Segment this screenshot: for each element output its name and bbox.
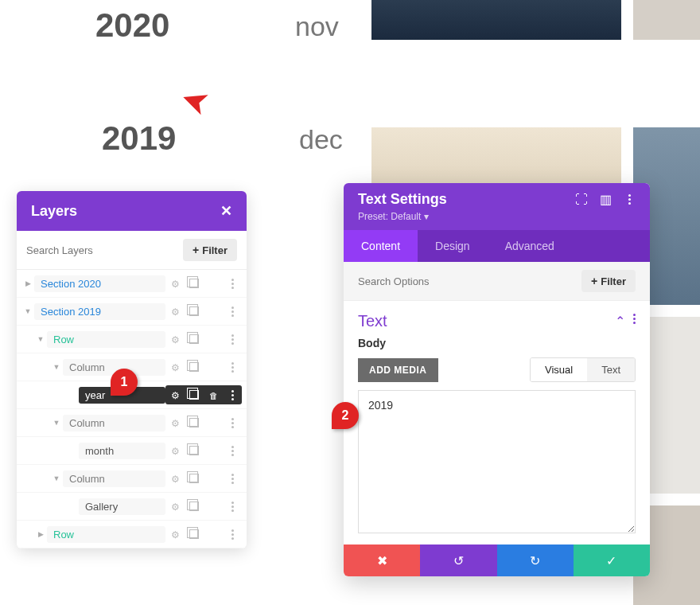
layer-label[interactable]: Column: [63, 415, 165, 431]
gear-icon[interactable]: [165, 497, 185, 516]
settings-search-input[interactable]: [358, 275, 581, 287]
more-icon[interactable]: [223, 441, 242, 460]
layer-actions: [165, 274, 242, 293]
gear-icon[interactable]: [165, 274, 185, 293]
chevron-right-icon[interactable]: ▶: [34, 530, 47, 538]
layer-row-module[interactable]: month: [17, 437, 247, 465]
chevron-down-icon[interactable]: ▼: [50, 363, 63, 371]
layer-label[interactable]: Row: [47, 526, 165, 543]
layer-actions: [165, 330, 242, 349]
layer-row-column[interactable]: ▼Column: [17, 409, 247, 437]
duplicate-icon[interactable]: [185, 302, 204, 321]
chevron-down-icon[interactable]: ▼: [50, 419, 63, 427]
duplicate-icon[interactable]: [185, 274, 204, 293]
duplicate-icon[interactable]: [185, 469, 204, 488]
undo-button[interactable]: ↺: [420, 544, 496, 576]
layers-header[interactable]: Layers ✕: [17, 191, 247, 231]
settings-header[interactable]: Text Settings ⛶ ▥ Preset: Default ▾: [344, 183, 650, 230]
trash-icon[interactable]: [204, 274, 223, 293]
more-icon[interactable]: [223, 302, 242, 321]
gear-icon[interactable]: [165, 302, 185, 321]
chevron-down-icon[interactable]: ▼: [21, 307, 34, 315]
chevron-down-icon[interactable]: ▼: [50, 474, 63, 482]
layer-row-row[interactable]: ▶Row: [17, 521, 247, 548]
layer-actions: [165, 525, 242, 544]
duplicate-icon[interactable]: [185, 385, 204, 404]
layer-row-section[interactable]: ▶Section 2020: [17, 270, 247, 298]
section-heading[interactable]: Text ⌃: [344, 301, 650, 337]
layer-row-column[interactable]: ▼Column: [17, 465, 247, 493]
duplicate-icon[interactable]: [185, 497, 204, 516]
trash-icon[interactable]: [204, 469, 223, 488]
more-icon[interactable]: [223, 274, 242, 293]
more-icon[interactable]: [223, 497, 242, 516]
duplicate-icon[interactable]: [185, 357, 204, 377]
editor-tab-visual[interactable]: Visual: [531, 358, 587, 381]
gear-icon[interactable]: [165, 385, 185, 404]
tab-content[interactable]: Content: [344, 230, 418, 262]
editor-textarea[interactable]: 2019: [358, 390, 636, 533]
settings-tabs: Content Design Advanced: [344, 230, 650, 262]
trash-icon[interactable]: [204, 525, 223, 544]
chevron-down-icon[interactable]: ▼: [34, 335, 47, 343]
more-icon[interactable]: [223, 330, 242, 349]
preset-dropdown[interactable]: Preset: Default ▾: [358, 211, 636, 222]
trash-icon[interactable]: [204, 497, 223, 516]
layers-filter-button[interactable]: + Filter: [183, 239, 237, 261]
close-icon[interactable]: ✕: [220, 202, 232, 220]
settings-title: Text Settings: [358, 191, 447, 208]
trash-icon[interactable]: [204, 441, 223, 460]
layer-label[interactable]: Section 2020: [34, 275, 165, 292]
more-icon[interactable]: [223, 413, 242, 432]
trash-icon[interactable]: [204, 302, 223, 321]
layer-row-row[interactable]: ▼Row: [17, 326, 247, 353]
snap-icon[interactable]: ▥: [599, 193, 612, 206]
layers-panel: Layers ✕ + Filter ▶Section 2020▼Section …: [17, 191, 247, 548]
duplicate-icon[interactable]: [185, 525, 204, 544]
layer-actions: [165, 497, 242, 516]
gear-icon[interactable]: [165, 330, 185, 349]
gear-icon[interactable]: [165, 469, 185, 488]
trash-icon[interactable]: [204, 385, 223, 404]
trash-icon[interactable]: [204, 357, 223, 377]
layer-label[interactable]: Gallery: [79, 498, 165, 515]
layers-search-input[interactable]: [26, 244, 177, 256]
collapse-icon[interactable]: ⌃: [615, 314, 625, 329]
layer-label[interactable]: month: [79, 443, 165, 459]
settings-filter-button[interactable]: + Filter: [581, 270, 636, 292]
expand-icon[interactable]: ⛶: [575, 193, 588, 206]
gear-icon[interactable]: [165, 525, 185, 544]
duplicate-icon[interactable]: [185, 330, 204, 349]
gear-icon[interactable]: [165, 441, 185, 460]
duplicate-icon[interactable]: [185, 441, 204, 460]
more-icon[interactable]: [223, 385, 242, 404]
layer-label[interactable]: Section 2019: [34, 303, 165, 320]
editor-tab-text[interactable]: Text: [587, 358, 635, 381]
layer-label[interactable]: Column: [63, 470, 165, 487]
more-icon[interactable]: [223, 525, 242, 544]
cancel-button[interactable]: ✖: [344, 544, 420, 576]
chevron-right-icon[interactable]: ▶: [21, 279, 34, 287]
duplicate-icon[interactable]: [185, 413, 204, 432]
annotation-arrow: ➤: [175, 79, 215, 125]
trash-icon[interactable]: [204, 330, 223, 349]
more-icon[interactable]: [623, 193, 636, 206]
redo-button[interactable]: ↻: [497, 544, 574, 576]
confirm-button[interactable]: ✓: [574, 544, 650, 576]
layer-row-section[interactable]: ▼Section 2019: [17, 298, 247, 326]
trash-icon[interactable]: [204, 413, 223, 432]
layer-actions: [165, 385, 242, 404]
tab-design[interactable]: Design: [418, 230, 488, 262]
layers-list: ▶Section 2020▼Section 2019▼Row▼Columnyea…: [17, 270, 247, 548]
tab-advanced[interactable]: Advanced: [488, 230, 572, 262]
layer-label[interactable]: Row: [47, 331, 165, 348]
more-icon[interactable]: [223, 469, 242, 488]
bg-image-2: [633, 0, 700, 40]
more-icon[interactable]: [633, 314, 636, 329]
layer-actions: [165, 469, 242, 488]
gear-icon[interactable]: [165, 357, 185, 377]
add-media-button[interactable]: ADD MEDIA: [358, 358, 438, 382]
gear-icon[interactable]: [165, 413, 185, 432]
layer-row-module[interactable]: Gallery: [17, 493, 247, 521]
more-icon[interactable]: [223, 357, 242, 377]
